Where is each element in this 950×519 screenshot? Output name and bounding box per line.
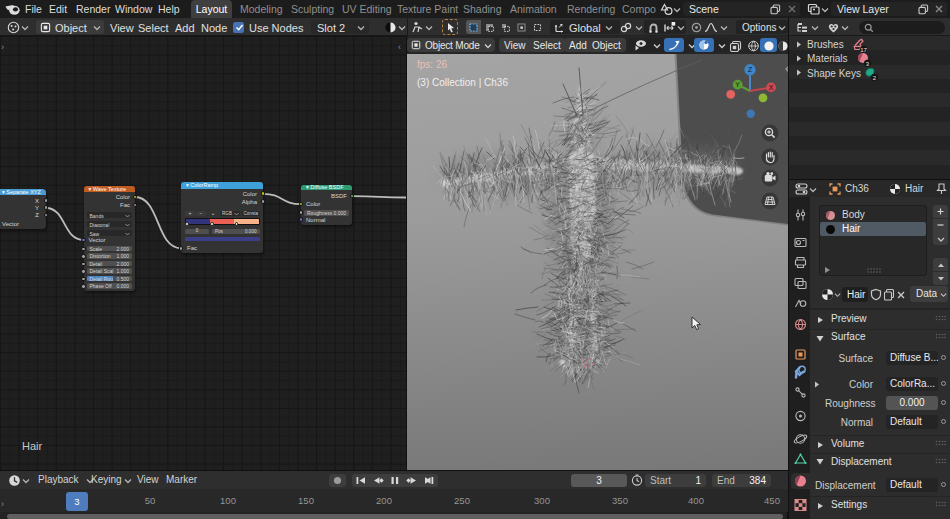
svg-text:X: X [769,84,774,91]
svg-text:Z: Z [748,65,753,74]
svg-text:Y: Y [735,81,740,88]
